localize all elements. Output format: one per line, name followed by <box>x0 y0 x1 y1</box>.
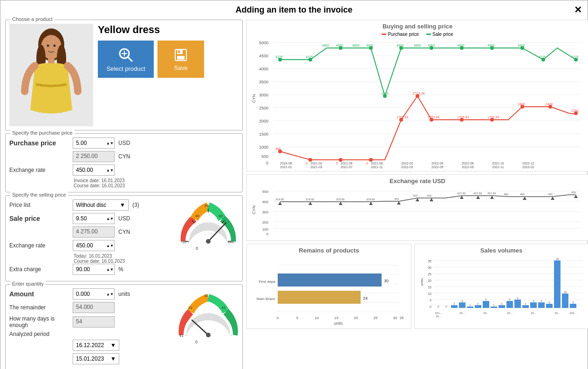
purchase-price-label: Purchase price <box>9 139 70 147</box>
amount-gauge: 11 22 32 43 0 <box>178 288 239 344</box>
svg-rect-223 <box>522 305 529 308</box>
svg-text:20...: 20... <box>459 312 465 314</box>
svg-text:24: 24 <box>363 296 368 301</box>
course-date: Course date: 16.01.2023 <box>74 183 239 188</box>
selling-exchange-field[interactable] <box>76 242 106 249</box>
sales-chart: Sales volumes 35 30 25 <box>414 244 588 329</box>
selling-exchange-row: Exchange rate ▲▼ <box>9 240 174 251</box>
svg-text:15: 15 <box>428 286 431 289</box>
select-product-button[interactable]: Select product <box>98 41 154 78</box>
amount-field[interactable] <box>76 291 106 297</box>
svg-text:2022-09: 2022-09 <box>462 165 474 168</box>
analyzed-period-row: Analyzed period <box>9 331 174 337</box>
svg-text:Main Branc: Main Branc <box>257 297 275 301</box>
purchase-price-spinner[interactable]: ▲▼ <box>106 141 114 145</box>
purchase-cyn-label: CYN <box>118 153 130 160</box>
purchase-cyn-row: 2 250.00 CYN <box>9 151 239 162</box>
svg-text:0: 0 <box>196 246 198 251</box>
svg-text:2021-03: 2021-03 <box>310 165 322 168</box>
exchange-rate-input[interactable]: ▲▼ <box>73 164 115 176</box>
svg-text:100: 100 <box>262 227 269 232</box>
amount-input[interactable]: ▲▼ <box>73 288 115 300</box>
product-section: Choose a product <box>5 20 243 130</box>
units-label: units <box>118 291 130 297</box>
svg-text:0: 0 <box>445 305 447 308</box>
svg-text:4275: 4275 <box>571 55 579 59</box>
svg-text:3500: 3500 <box>259 80 268 84</box>
svg-point-6 <box>47 45 49 47</box>
purchase-price-field[interactable] <box>76 140 106 146</box>
extra-charge-input[interactable]: ▲▼ <box>73 264 115 275</box>
sale-price-field[interactable] <box>76 215 106 222</box>
svg-text:2021-07: 2021-07 <box>341 165 353 168</box>
purchase-legend-dot <box>382 34 386 35</box>
product-top: Yellow dress Select product <box>9 24 239 126</box>
svg-text:30: 30 <box>428 266 431 269</box>
svg-text:2715.28: 2715.28 <box>413 92 424 95</box>
date-from-input[interactable]: 16.12.2022 ▼ <box>73 340 119 351</box>
svg-text:420: 420 <box>413 194 418 197</box>
selling-gauge: 20 40 60 80 100 0 <box>178 199 239 251</box>
svg-text:25: 25 <box>428 273 431 276</box>
svg-text:40: 40 <box>195 214 199 218</box>
svg-rect-15 <box>178 50 180 53</box>
purchase-price-input[interactable]: ▲▼ <box>73 137 115 149</box>
pricelist-row: Price list Without disc ▼ (3) <box>9 199 174 211</box>
svg-rect-207 <box>459 302 465 308</box>
svg-text:10: 10 <box>564 291 567 294</box>
exchange-rate-spinner[interactable]: ▲▼ <box>106 168 114 172</box>
svg-marker-142 <box>397 201 401 205</box>
analyzed-period-label: Analyzed period <box>9 331 70 337</box>
svg-text:22: 22 <box>188 306 192 310</box>
svg-text:2021-01: 2021-01 <box>280 165 292 168</box>
extra-charge-field[interactable] <box>76 266 106 273</box>
buying-chart: Buying and selling price Purchase price … <box>246 20 588 171</box>
amount-spinner[interactable]: ▲▼ <box>106 292 114 296</box>
svg-text:60: 60 <box>205 204 209 208</box>
svg-text:202...: 202... <box>569 312 576 314</box>
svg-text:4800: 4800 <box>366 44 374 47</box>
svg-text:5: 5 <box>296 316 299 320</box>
svg-text:4: 4 <box>540 300 542 302</box>
search-icon <box>117 47 134 63</box>
selling-exchange-input[interactable]: ▲▼ <box>73 240 115 251</box>
svg-text:35: 35 <box>400 316 404 320</box>
svg-rect-231 <box>554 260 561 308</box>
svg-text:20: 20 <box>182 240 186 244</box>
days-row: How many days is enough 54 <box>9 315 174 328</box>
svg-text:30: 30 <box>393 316 397 320</box>
svg-text:378.65: 378.65 <box>275 198 284 201</box>
svg-text:1916: 1916 <box>381 92 389 95</box>
close-button[interactable]: ✕ <box>574 4 582 15</box>
svg-marker-149 <box>551 197 554 200</box>
svg-text:20: 20 <box>354 316 358 320</box>
svg-text:0: 0 <box>266 161 268 165</box>
remainder-value: 54.000 <box>73 302 115 313</box>
pricelist-label: Price list <box>9 202 70 208</box>
sale-price-input[interactable]: ▲▼ <box>73 213 115 224</box>
svg-text:20...: 20... <box>507 312 513 314</box>
svg-text:30: 30 <box>384 279 389 283</box>
svg-text:4000: 4000 <box>259 67 268 71</box>
svg-point-104 <box>339 158 342 162</box>
sale-cyn-row: 4 275.00 CYN <box>9 226 174 238</box>
sale-currency: USD <box>118 215 130 222</box>
pricelist-dropdown[interactable]: Without disc ▼ <box>73 199 129 211</box>
svg-rect-211 <box>475 305 481 308</box>
svg-point-7 <box>54 45 56 47</box>
svg-text:3000: 3000 <box>259 93 268 97</box>
buying-chart-svg: 5000 4500 4000 3500 3000 2500 2000 1500 … <box>250 38 585 168</box>
selling-exchange-spinner[interactable]: ▲▼ <box>106 244 114 248</box>
svg-text:2022-10: 2022-10 <box>492 162 504 165</box>
product-name: Yellow dress <box>98 24 239 36</box>
exchange-chart: Exchange rate USD 500 400 300 200 100 0 … <box>246 174 588 241</box>
extra-charge-spinner[interactable]: ▲▼ <box>106 267 114 272</box>
svg-text:2022-11: 2022-11 <box>492 165 504 168</box>
sale-price-spinner[interactable]: ▲▼ <box>106 217 114 221</box>
svg-text:20: 20 <box>428 279 431 282</box>
svg-rect-227 <box>538 302 545 308</box>
date-to-input[interactable]: 15.01.2023 ▼ <box>73 353 119 364</box>
save-button[interactable]: Save <box>157 41 204 78</box>
svg-text:2021-06: 2021-06 <box>341 162 353 165</box>
exchange-rate-field[interactable] <box>76 167 106 173</box>
